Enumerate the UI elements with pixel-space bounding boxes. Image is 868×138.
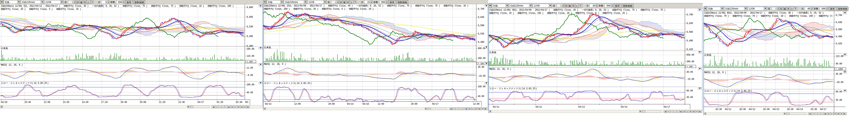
svg-text:MACD( 12, 26, 9 ): MACD( 12, 26, 9 ) (264, 63, 286, 66)
svg-text:9,535: 9,535 (478, 33, 484, 35)
svg-text:17:20: 17:20 (101, 101, 107, 104)
svg-text:分: 分 (361, 1, 363, 4)
svg-text:↔: ↔ (674, 110, 676, 112)
svg-text:本数: 本数 (373, 1, 378, 4)
svg-text:↔: ↔ (222, 106, 224, 108)
svg-text:9,630: 9,630 (836, 21, 842, 24)
svg-text:スロー・ストキャスティクス( 14, 3, 80, 20 ): スロー・ストキャスティクス( 14, 3, 80, 20 ) (704, 90, 752, 92)
svg-text:移動平均( Close, 75 ) 移動平均( Clos: 移動平均( Close, 75 ) 移動平均( Close, 75 ) 移動平均… (704, 15, 833, 17)
svg-text:× 100: × 100 (478, 62, 484, 65)
svg-text:T: T (354, 1, 356, 4)
svg-text:適用: 適用 (830, 7, 835, 10)
svg-text:分: 分 (790, 7, 793, 10)
svg-text:移動平均( Close, 150 ) 移動平均( Clo: 移動平均( Close, 150 ) 移動平均( Close, 20 ) 移動平… (264, 8, 373, 10)
svg-text:04/14: 04/14 (347, 103, 353, 105)
svg-text:出来高: 出来高 (264, 46, 271, 49)
svg-text:9,700: 9,700 (686, 13, 693, 16)
svg-text:100.00: 100.00 (478, 85, 486, 88)
svg-text:出来高: 出来高 (1, 47, 8, 50)
svg-text:-10.00: -10.00 (478, 75, 486, 78)
svg-text:R: R (475, 108, 477, 110)
svg-text:▶: ▶ (680, 110, 682, 112)
svg-text:× 1000: × 1000 (836, 68, 843, 70)
svg-text:-20.00: -20.00 (836, 81, 843, 84)
svg-text:足: 足 (768, 7, 770, 10)
svg-text:＋: ＋ (812, 113, 814, 115)
svg-text:▶: ▶ (825, 113, 826, 115)
svg-text:先物: 先物 (268, 1, 272, 4)
svg-text:本数: 本数 (813, 7, 818, 10)
svg-text:↔: ↔ (460, 108, 461, 110)
svg-text:出来高: 出来高 (489, 51, 496, 54)
svg-text:12/06: 12/06 (45, 1, 51, 4)
svg-text:週: 週 (80, 1, 83, 4)
svg-text:R: R (238, 106, 239, 108)
svg-text:▶: ▶ (466, 108, 467, 110)
svg-text:✕: ✕ (841, 113, 842, 115)
svg-text:月: 月 (572, 5, 575, 7)
svg-text:12/06: 12/06 (534, 4, 539, 7)
svg-text:04/16: 04/16 (1, 101, 7, 104)
svg-text:04/17: 04/17 (432, 103, 439, 105)
svg-text:500: 500 (821, 7, 825, 10)
svg-text:500: 500 (606, 5, 610, 7)
svg-text:▪: ▪ (678, 110, 678, 112)
svg-text:04/12: 04/12 (535, 106, 542, 108)
svg-text:本数: 本数 (598, 4, 603, 7)
svg-text:足: 足 (328, 1, 330, 4)
svg-text:20:00: 20:00 (328, 103, 335, 105)
svg-text:◀: ◀ (450, 108, 452, 110)
svg-text:▪: ▪ (463, 108, 464, 110)
svg-text:T: T (91, 1, 93, 4)
svg-text:04/13: 04/13 (265, 103, 271, 105)
svg-text:週: 週 (783, 7, 786, 10)
svg-text:スロー・ストキャスティクス( 14, 3, 80, 20 ): スロー・ストキャスティクス( 14, 3, 80, 20 ) (1, 82, 48, 84)
svg-text:20:00: 20:00 (140, 101, 146, 104)
svg-text:9,700: 9,700 (478, 8, 484, 10)
svg-text:✕: ✕ (696, 110, 698, 112)
svg-text:04/14: 04/14 (621, 106, 627, 108)
svg-text:04/11: 04/11 (493, 106, 499, 108)
svg-text:9,560: 9,560 (836, 28, 842, 31)
svg-text:22:40: 22:40 (178, 101, 185, 104)
svg-text:12:00: 12:00 (294, 103, 301, 105)
svg-text:295.00: 295.00 (246, 48, 254, 50)
svg-text:115.00: 115.00 (246, 55, 254, 57)
svg-text:850.00: 850.00 (686, 54, 694, 56)
svg-text:9,420: 9,420 (836, 42, 842, 45)
svg-text:9,590: 9,590 (478, 24, 484, 27)
svg-text:40.00: 40.00 (836, 62, 842, 65)
svg-text:30: 30 (592, 5, 595, 7)
svg-text:500: 500 (381, 1, 385, 4)
svg-text:▶: ▶ (228, 106, 230, 108)
svg-text:11.00: 11.00 (246, 66, 253, 70)
svg-text:T: T (795, 7, 796, 10)
svg-text:10:40: 10:40 (24, 101, 31, 104)
svg-text:日: 日 (565, 5, 567, 7)
svg-text:16:30: 16:30 (787, 108, 794, 111)
svg-text:115.00: 115.00 (836, 55, 843, 58)
svg-text:先物: 先物 (5, 1, 9, 4)
svg-text:◀: ◀ (809, 113, 810, 115)
svg-text:複数銘柄: 複数銘柄 (134, 1, 144, 4)
svg-text:−: − (219, 106, 220, 108)
svg-text:日: 日 (340, 1, 342, 4)
svg-text:分: 分 (801, 7, 804, 10)
svg-text:1: 1 (775, 7, 776, 10)
svg-text:複数銘柄: 複数銘柄 (838, 7, 847, 10)
svg-text:◀: ◀ (665, 110, 666, 112)
svg-text:9,630: 9,630 (686, 22, 693, 25)
svg-text:9,565: 9,565 (246, 16, 253, 18)
svg-text:MACD( 12, 26, 9 ): MACD( 12, 26, 9 ) (1, 64, 23, 66)
svg-text:16:30: 16:30 (715, 108, 722, 111)
svg-text:L: L (235, 106, 236, 108)
svg-text:100.00: 100.00 (246, 83, 254, 86)
svg-text:分: 分 (350, 1, 353, 4)
svg-text:✕: ✕ (244, 106, 246, 108)
svg-text:04/13: 04/13 (773, 108, 779, 111)
svg-text:日経225mini 12/06( 30分, 2012/04/: 日経225mini 12/06( 30分, 2012/04/09 - 2012/… (489, 8, 665, 11)
svg-text:9,490: 9,490 (836, 35, 842, 38)
svg-text:40.00: 40.00 (246, 91, 253, 94)
svg-text:先物: 先物 (708, 7, 713, 10)
svg-text:複数銘柄: 複数銘柄 (398, 1, 407, 4)
